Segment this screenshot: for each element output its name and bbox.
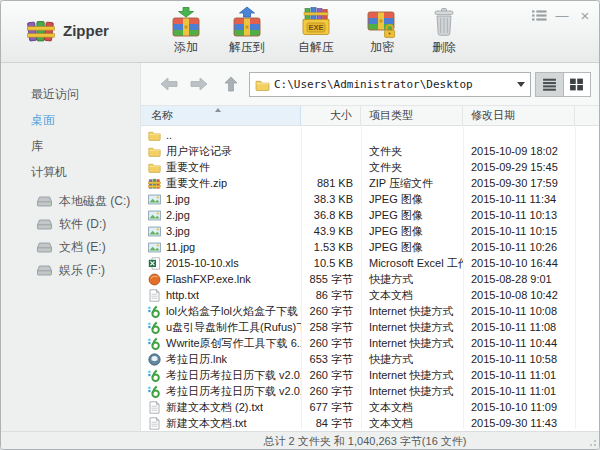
- list-view-button[interactable]: [536, 73, 564, 96]
- file-row[interactable]: 新建文本文档.txt84 字节文本文档2015-09-30 11:43: [141, 415, 599, 431]
- sidebar-item[interactable]: 本地磁盘 (C:): [1, 190, 140, 213]
- sidebar-item[interactable]: 库: [1, 133, 140, 159]
- file-row[interactable]: 1.jpg38.3 KBJPEG 图像2015-10-11 11:34: [141, 191, 599, 207]
- column-header-type[interactable]: 项目类型: [361, 106, 463, 125]
- file-name: 考拉日历考拉日历下载 v2.0.1...: [166, 384, 301, 399]
- column-type-label: 项目类型: [369, 108, 413, 123]
- column-header-name[interactable]: 名称: [141, 106, 301, 125]
- file-name-cell: 新建文本文档 (2).txt: [141, 400, 301, 415]
- sidebar-item-label: 文档 (E:): [59, 239, 106, 256]
- txt-icon: [148, 401, 162, 414]
- drive-icon: [37, 196, 53, 208]
- file-size: 43.9 KB: [301, 225, 361, 237]
- file-size: 10.5 KB: [301, 257, 361, 269]
- extract-button[interactable]: 解压到: [217, 6, 277, 60]
- extract-label: 解压到: [217, 39, 277, 56]
- sort-ascending-icon: [215, 108, 221, 112]
- file-row[interactable]: 3.jpg43.9 KBJPEG 图像2015-10-11 10:15: [141, 223, 599, 239]
- file-type: JPEG 图像: [361, 208, 463, 223]
- file-row[interactable]: FlashFXP.exe.lnk855 字节快捷方式2015-08-28 9:0…: [141, 271, 599, 287]
- file-row[interactable]: lol火焰盒子lol火焰盒子下载 V...260 字节Internet 快捷方式…: [141, 303, 599, 319]
- column-header-size[interactable]: 大小: [301, 106, 361, 125]
- minimize-button[interactable]: —: [552, 7, 572, 23]
- address-bar[interactable]: [249, 72, 531, 97]
- url-icon: [148, 321, 162, 334]
- delete-button[interactable]: 删除: [414, 6, 474, 60]
- file-size: 260 字节: [301, 384, 361, 399]
- file-row[interactable]: u盘引导盘制作工具(Rufus)下...258 字节Internet 快捷方式2…: [141, 319, 599, 335]
- file-size: 881 KB: [301, 177, 361, 189]
- trash-icon: [428, 6, 460, 38]
- up-arrow-icon: [223, 75, 239, 93]
- file-type: 文本文档: [361, 416, 463, 431]
- navigation-bar: [141, 63, 599, 105]
- sidebar-item[interactable]: 娱乐 (F:): [1, 259, 140, 282]
- file-name-cell: http.txt: [141, 289, 301, 302]
- file-date: 2015-10-11 10:13: [463, 209, 575, 221]
- file-size: 38.3 KB: [301, 193, 361, 205]
- menu-button[interactable]: [529, 7, 549, 23]
- file-row[interactable]: 考拉日历考拉日历下载 v2.0.1...260 字节Internet 快捷方式2…: [141, 367, 599, 383]
- file-row[interactable]: 2015-10-10.xls10.5 KBMicrosoft Excel 工作.…: [141, 255, 599, 271]
- url-icon: [148, 369, 162, 382]
- file-name: 11.jpg: [166, 241, 195, 253]
- sidebar-item[interactable]: 文档 (E:): [1, 236, 140, 259]
- window-controls: — ×: [526, 7, 595, 23]
- flashfxp-icon: [148, 273, 162, 286]
- file-row[interactable]: 新建文本文档 (2).txt677 字节文本文档2015-10-10 11:09: [141, 399, 599, 415]
- forward-button[interactable]: [189, 75, 209, 93]
- file-row[interactable]: 考拉日历考拉日历下载 v2.0.1...260 字节Internet 快捷方式2…: [141, 383, 599, 399]
- address-input[interactable]: [274, 78, 513, 91]
- resize-grip-icon[interactable]: [594, 444, 596, 446]
- sfx-button[interactable]: EXE 自解压: [286, 6, 346, 60]
- back-button[interactable]: [159, 75, 179, 93]
- column-header-date[interactable]: 修改日期: [463, 106, 575, 125]
- file-name: 考拉日历.lnk: [166, 352, 227, 367]
- sidebar-item[interactable]: 计算机: [1, 159, 140, 185]
- self-extract-icon: EXE: [300, 6, 332, 38]
- sidebar-item[interactable]: 最近访问: [1, 81, 140, 107]
- add-label: 添加: [156, 39, 216, 56]
- address-folder-icon: [255, 79, 270, 91]
- close-button[interactable]: ×: [575, 7, 595, 23]
- exe-icon-text: EXE: [308, 23, 323, 32]
- file-size: 260 字节: [301, 336, 361, 351]
- column-size-label: 大小: [330, 108, 352, 123]
- image-icon: [148, 209, 162, 222]
- file-row[interactable]: 重要文件文件夹2015-09-29 15:45: [141, 159, 599, 175]
- file-date: 2015-09-30 17:59: [463, 177, 575, 189]
- address-dropdown-icon[interactable]: [517, 82, 525, 87]
- sidebar-item[interactable]: 桌面: [1, 107, 140, 133]
- sidebar-item[interactable]: 软件 (D:): [1, 213, 140, 236]
- file-type: JPEG 图像: [361, 192, 463, 207]
- app-logo-icon: [27, 17, 55, 45]
- file-type: JPEG 图像: [361, 224, 463, 239]
- drive-icon: [37, 219, 53, 231]
- file-name-cell: 考拉日历考拉日历下载 v2.0.1...: [141, 368, 301, 383]
- file-row[interactable]: 2.jpg36.8 KBJPEG 图像2015-10-11 10:13: [141, 207, 599, 223]
- file-type: 文本文档: [361, 288, 463, 303]
- folder-icon: [148, 161, 162, 174]
- file-row[interactable]: http.txt86 字节文本文档2015-10-08 10:42: [141, 287, 599, 303]
- file-row[interactable]: Wwrite原创写作工具下载 6.1...260 字节Internet 快捷方式…: [141, 335, 599, 351]
- up-button[interactable]: [223, 75, 239, 93]
- grid-view-button[interactable]: [564, 73, 591, 96]
- file-row[interactable]: 考拉日历.lnk653 字节快捷方式2015-10-11 10:58: [141, 351, 599, 367]
- file-row[interactable]: 11.jpg1.53 KBJPEG 图像2015-10-11 10:26: [141, 239, 599, 255]
- file-row[interactable]: 重要文件.zip881 KBZIP 压缩文件2015-09-30 17:59: [141, 175, 599, 191]
- drive-icon: [37, 265, 53, 277]
- file-name-cell: 新建文本文档.txt: [141, 416, 301, 431]
- file-date: 2015-10-10 11:09: [463, 401, 575, 413]
- file-row[interactable]: ..: [141, 127, 599, 143]
- file-date: 2015-10-11 11:01: [463, 369, 575, 381]
- file-row[interactable]: 用户评论记录文件夹2015-10-09 18:02: [141, 143, 599, 159]
- add-button[interactable]: 添加: [156, 6, 216, 60]
- file-name-cell: 2015-10-10.xls: [141, 257, 301, 270]
- file-name-cell: 11.jpg: [141, 241, 301, 254]
- encrypt-label: 加密: [352, 39, 412, 56]
- sidebar-item-label: 最近访问: [31, 86, 79, 103]
- encrypt-button[interactable]: 加密: [352, 6, 412, 60]
- titlebar: Zipper 添加 解压到: [1, 1, 599, 63]
- list-view-icon: [542, 78, 557, 91]
- file-name-cell: 用户评论记录: [141, 144, 301, 159]
